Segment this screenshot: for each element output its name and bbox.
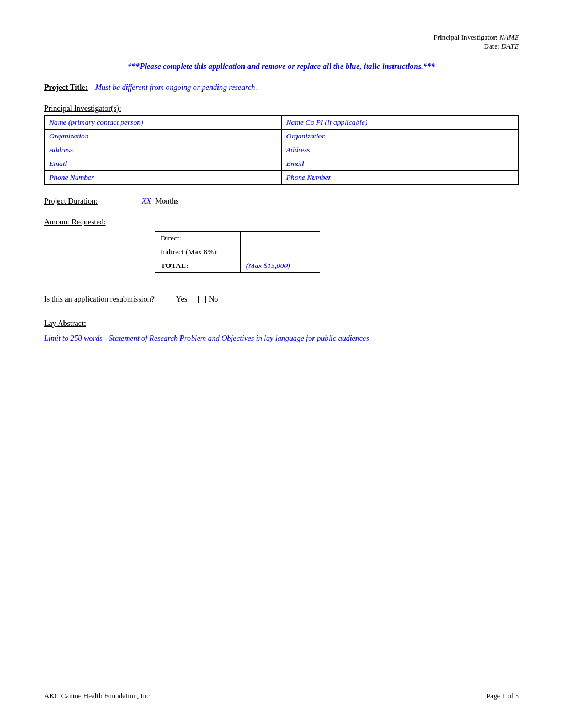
pi-row-name: Name (primary contact person) Name Co PI… [45, 116, 519, 130]
date-value: DATE [501, 42, 519, 50]
amount-row-direct: Direct: [155, 232, 320, 245]
date-header-line: Date: DATE [44, 42, 519, 51]
pi-col2-org: Organization [282, 130, 519, 143]
instruction-text: ***Please complete this application and … [44, 62, 519, 71]
amount-requested-label: Amount Requested: [44, 218, 519, 227]
amount-total-label: TOTAL: [155, 259, 241, 273]
amount-row-indirect: Indirect (Max 8%): [155, 245, 320, 259]
resubmission-question: Is this an application resubmission? [44, 295, 155, 304]
no-checkbox[interactable] [198, 296, 206, 303]
pi-col2-email: Email [282, 157, 519, 171]
pi-col2-phone: Phone Number [282, 171, 519, 185]
date-label: Date: [484, 42, 500, 50]
footer-right: Page 1 of 5 [486, 692, 519, 700]
page: Principal Investigator: NAME Date: DATE … [0, 0, 563, 728]
amount-row-total: TOTAL: (Max $15,000) [155, 259, 320, 273]
no-checkbox-item[interactable]: No [198, 295, 218, 304]
yes-checkbox-item[interactable]: Yes [166, 295, 187, 304]
amount-direct-value [240, 232, 320, 245]
pi-row-phone: Phone Number Phone Number [45, 171, 519, 185]
pi-table: Name (primary contact person) Name Co PI… [44, 115, 519, 185]
pi-col2-address: Address [282, 143, 519, 157]
lay-abstract-label: Lay Abstract: [44, 319, 519, 328]
footer: AKC Canine Health Foundation, Inc Page 1… [44, 692, 519, 700]
amount-table: Direct: Indirect (Max 8%): TOTAL: (Max $… [155, 231, 320, 273]
project-title-value: Must be different from ongoing or pendin… [95, 83, 257, 92]
pi-col1-org: Organization [45, 130, 282, 143]
lay-abstract-instruction: Limit to 250 words - Statement of Resear… [44, 333, 519, 344]
pi-label: Principal Investigator: [433, 33, 497, 41]
amount-table-wrapper: Direct: Indirect (Max 8%): TOTAL: (Max $… [155, 231, 519, 273]
pi-header-line: Principal Investigator: NAME [44, 33, 519, 42]
pi-col1-name: Name (primary contact person) [45, 116, 282, 130]
amount-indirect-label: Indirect (Max 8%): [155, 245, 241, 259]
pi-row-email: Email Email [45, 157, 519, 171]
pi-col1-address: Address [45, 143, 282, 157]
amount-total-value: (Max $15,000) [240, 259, 320, 273]
no-label: No [209, 295, 218, 304]
amount-direct-label: Direct: [155, 232, 241, 245]
pi-section-label: Principal Investigator(s): [44, 104, 519, 113]
footer-left: AKC Canine Health Foundation, Inc [44, 692, 150, 700]
pi-row-address: Address Address [45, 143, 519, 157]
pi-row-org: Organization Organization [45, 130, 519, 143]
amount-indirect-value [240, 245, 320, 259]
pi-col1-phone: Phone Number [45, 171, 282, 185]
amount-requested-section: Amount Requested: Direct: Indirect (Max … [44, 218, 519, 273]
project-title-label: Project Title: [44, 83, 88, 92]
yes-checkbox[interactable] [166, 296, 173, 303]
project-duration-line: Project Duration: XX Months [44, 197, 519, 206]
header-info: Principal Investigator: NAME Date: DATE [44, 33, 519, 51]
project-duration-value: XX Months [142, 197, 179, 206]
resubmission-section: Is this an application resubmission? Yes… [44, 295, 519, 304]
pi-col2-name: Name Co PI (if applicable) [282, 116, 519, 130]
project-duration-label: Project Duration: [44, 197, 98, 206]
pi-value: NAME [500, 33, 519, 41]
yes-label: Yes [176, 295, 187, 304]
lay-abstract-section: Lay Abstract: Limit to 250 words - State… [44, 319, 519, 344]
project-title-line: Project Title: Must be different from on… [44, 83, 519, 92]
project-duration-unit: Months [153, 197, 178, 205]
pi-col1-email: Email [45, 157, 282, 171]
